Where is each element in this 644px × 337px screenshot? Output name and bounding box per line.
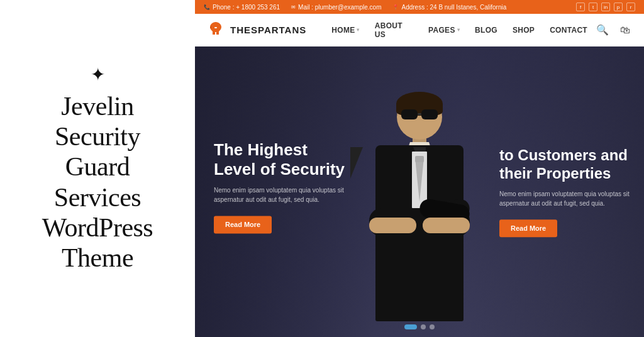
hero-right-read-more-button[interactable]: Read More (499, 219, 557, 237)
slider-dot-1[interactable] (404, 324, 417, 329)
pinterest-icon[interactable]: p (614, 3, 623, 11)
phone-info: 📞 Phone : + 1800 253 261 (204, 4, 280, 11)
slider-dots (404, 324, 435, 329)
nav-pages[interactable]: PAGES ▾ (422, 22, 466, 38)
nav-home[interactable]: HOME ▾ (325, 22, 366, 38)
cart-icon[interactable]: 🛍 (618, 22, 633, 38)
sparkle-icon: ✦ (91, 64, 105, 85)
address-icon: 📍 (392, 4, 399, 10)
hero-right-content: to Customers and their Properties Nemo e… (499, 146, 631, 237)
facebook-icon[interactable]: f (576, 3, 585, 11)
mail-icon: ✉ (291, 4, 296, 10)
mail-info: ✉ Mail : plumber@example.com (291, 4, 381, 11)
hero-left-content: The Highest Level of Security Nemo enim … (214, 140, 352, 233)
chevron-down-icon: ▾ (357, 27, 359, 33)
hero-main-title: The Highest Level of Security (214, 140, 352, 179)
linkedin-icon[interactable]: in (601, 3, 610, 11)
nav-bar: THESPARTANS HOME ▾ ABOUT US PAGES ▾ BLOG… (195, 14, 644, 47)
logo[interactable]: THESPARTANS (206, 21, 306, 40)
top-bar: 📞 Phone : + 1800 253 261 ✉ Mail : plumbe… (195, 0, 644, 14)
slider-dot-3[interactable] (430, 324, 435, 329)
rss-icon[interactable]: r (626, 3, 635, 11)
hero-right-title: to Customers and their Properties (499, 146, 631, 183)
address-text: Address : 24 B null Istanes, California (401, 4, 506, 11)
nav-icons: 🔍 🛍 (594, 21, 633, 38)
nav-blog[interactable]: BLOG (469, 22, 504, 38)
mail-text: Mail : plumber@example.com (298, 4, 381, 11)
hero-person-figure (344, 92, 495, 337)
nav-about[interactable]: ABOUT US (369, 18, 419, 43)
svg-rect-0 (214, 27, 217, 28)
nav-shop[interactable]: SHOP (506, 22, 541, 38)
phone-text: Phone : + 1800 253 261 (213, 4, 280, 11)
address-info: 📍 Address : 24 B null Istanes, Californi… (392, 4, 506, 11)
left-panel: ✦ Jevelin Security Guard Services WordPr… (0, 0, 195, 337)
theme-title: Jevelin Security Guard Services WordPres… (42, 91, 153, 273)
nav-menu: HOME ▾ ABOUT US PAGES ▾ BLOG SHOP CONTAC… (325, 18, 594, 43)
hero-right-desc: Nemo enim ipsam voluptatem quia voluptas… (499, 189, 631, 208)
search-icon[interactable]: 🔍 (594, 21, 611, 38)
social-links: f t in p r (576, 3, 635, 11)
hero-left-read-more-button[interactable]: Read More (214, 216, 272, 234)
logo-text: THESPARTANS (230, 25, 306, 35)
logo-icon (206, 21, 225, 40)
phone-icon: 📞 (204, 4, 210, 10)
hero-section: The Highest Level of Security Nemo enim … (195, 47, 644, 337)
chevron-down-icon: ▾ (457, 27, 460, 33)
slider-dot-2[interactable] (421, 324, 426, 329)
nav-contact[interactable]: CONTACT (543, 22, 594, 38)
hero-left-desc: Nemo enim ipsam voluptatem quia voluptas… (214, 186, 352, 205)
twitter-icon[interactable]: t (589, 3, 597, 11)
right-panel: 📞 Phone : + 1800 253 261 ✉ Mail : plumbe… (195, 0, 644, 337)
